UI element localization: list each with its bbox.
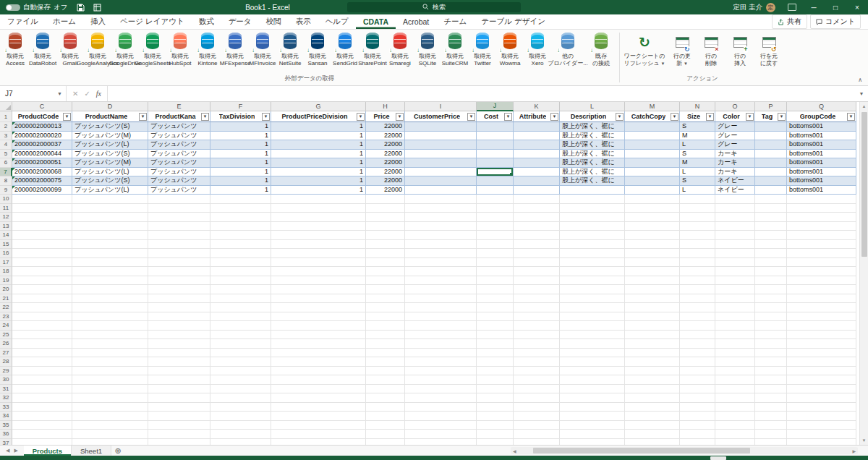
cell-Q25[interactable]: [787, 331, 856, 340]
cell-G31[interactable]: [271, 385, 366, 394]
cell-Q18[interactable]: [787, 267, 856, 276]
row-header-23[interactable]: 23: [0, 312, 12, 322]
cell-I30[interactable]: [405, 375, 477, 385]
cell-P14[interactable]: [755, 231, 787, 240]
row-header-31[interactable]: 31: [0, 385, 12, 394]
cell-P4[interactable]: [755, 140, 787, 150]
cell-N20[interactable]: [680, 285, 715, 294]
workbook-icon[interactable]: [93, 3, 102, 12]
cell-H23[interactable]: [366, 312, 405, 322]
cell-O4[interactable]: グレー: [715, 140, 755, 150]
filter-button-Tag[interactable]: ▼: [778, 113, 786, 121]
cell-P20[interactable]: [755, 285, 787, 294]
cell-G4[interactable]: 1: [271, 140, 366, 150]
cell-M3[interactable]: [625, 132, 680, 141]
cell-H26[interactable]: [366, 339, 405, 349]
cell-E2[interactable]: プッシュパンツ: [148, 122, 210, 132]
share-button[interactable]: 共有: [772, 14, 807, 29]
cell-O22[interactable]: [715, 303, 755, 312]
cell-P29[interactable]: [755, 367, 787, 376]
cell-H9[interactable]: 22000: [366, 186, 405, 195]
cell-N33[interactable]: [680, 403, 715, 412]
table-header-ProductCode[interactable]: ProductCode▼: [12, 111, 72, 122]
cell-I29[interactable]: [405, 367, 477, 376]
cell-J10[interactable]: [477, 195, 514, 204]
cell-L17[interactable]: [560, 258, 625, 268]
cell-O12[interactable]: [715, 213, 755, 222]
cell-Q23[interactable]: [787, 312, 856, 322]
cell-K24[interactable]: [514, 321, 560, 331]
cell-L28[interactable]: [560, 357, 625, 367]
cell-L12[interactable]: [560, 213, 625, 222]
cell-K6[interactable]: [514, 158, 560, 168]
row-header-1[interactable]: 1: [0, 111, 12, 122]
cell-N32[interactable]: [680, 393, 715, 403]
cell-K25[interactable]: [514, 331, 560, 340]
cell-G12[interactable]: [271, 213, 366, 222]
table-header-TaxDivision[interactable]: TaxDivision▼: [210, 111, 271, 122]
cell-P24[interactable]: [755, 321, 787, 331]
cell-L20[interactable]: [560, 285, 625, 294]
cell-L13[interactable]: [560, 222, 625, 231]
row-header-14[interactable]: 14: [0, 231, 12, 240]
cell-Q15[interactable]: [787, 240, 856, 250]
cell-O11[interactable]: [715, 204, 755, 213]
cell-L21[interactable]: [560, 294, 625, 304]
cell-J31[interactable]: [477, 385, 514, 394]
cell-I13[interactable]: [405, 222, 477, 231]
cell-E19[interactable]: [148, 276, 210, 286]
cell-P6[interactable]: [755, 158, 787, 168]
cell-G22[interactable]: [271, 303, 366, 312]
sheet-tab-Products[interactable]: Products: [24, 446, 72, 456]
cell-I18[interactable]: [405, 267, 477, 276]
cell-H6[interactable]: 22000: [366, 158, 405, 168]
cell-D6[interactable]: プッシュパンツ(M): [72, 158, 148, 168]
cell-P33[interactable]: [755, 403, 787, 412]
cell-I24[interactable]: [405, 321, 477, 331]
get-from-googlesheets-button[interactable]: ↓取得元GoogleSheets: [139, 31, 166, 67]
cell-N2[interactable]: S: [680, 122, 715, 132]
cell-P17[interactable]: [755, 258, 787, 268]
cell-F15[interactable]: [210, 240, 271, 250]
cell-M26[interactable]: [625, 339, 680, 349]
cell-M2[interactable]: [625, 122, 680, 132]
insert-function-button[interactable]: fx: [96, 90, 101, 98]
column-header-F[interactable]: F: [210, 102, 271, 111]
column-header-J[interactable]: J: [477, 102, 514, 111]
cell-N27[interactable]: [680, 349, 715, 358]
cell-P30[interactable]: [755, 375, 787, 385]
cell-H32[interactable]: [366, 393, 405, 403]
row-header-34[interactable]: 34: [0, 412, 12, 421]
select-all-corner[interactable]: [0, 102, 12, 111]
column-header-C[interactable]: C: [12, 102, 72, 111]
column-header-N[interactable]: N: [680, 102, 715, 111]
row-header-6[interactable]: 6: [0, 158, 12, 168]
cell-J22[interactable]: [477, 303, 514, 312]
cell-D36[interactable]: [72, 430, 148, 439]
cell-O21[interactable]: [715, 294, 755, 304]
cell-L33[interactable]: [560, 403, 625, 412]
filter-button-ProductKana[interactable]: ▼: [201, 113, 209, 121]
cell-D17[interactable]: [72, 258, 148, 268]
tab-挿入[interactable]: 挿入: [83, 14, 113, 29]
cell-K31[interactable]: [514, 385, 560, 394]
cell-P28[interactable]: [755, 357, 787, 367]
cell-M25[interactable]: [625, 331, 680, 340]
table-header-Price[interactable]: Price▼: [366, 111, 405, 122]
cell-N13[interactable]: [680, 222, 715, 231]
cell-J17[interactable]: [477, 258, 514, 268]
row-header-12[interactable]: 12: [0, 213, 12, 222]
cell-F22[interactable]: [210, 303, 271, 312]
cell-E23[interactable]: [148, 312, 210, 322]
cell-K19[interactable]: [514, 276, 560, 286]
tab-データ[interactable]: データ: [221, 14, 259, 29]
cell-H30[interactable]: [366, 375, 405, 385]
column-header-K[interactable]: K: [514, 102, 560, 111]
cell-K13[interactable]: [514, 222, 560, 231]
cell-I33[interactable]: [405, 403, 477, 412]
cell-O3[interactable]: グレー: [715, 132, 755, 141]
cell-D16[interactable]: [72, 249, 148, 258]
cell-G2[interactable]: 1: [271, 122, 366, 132]
cell-N34[interactable]: [680, 412, 715, 421]
cell-L4[interactable]: 股上が深く、裾に: [560, 140, 625, 150]
